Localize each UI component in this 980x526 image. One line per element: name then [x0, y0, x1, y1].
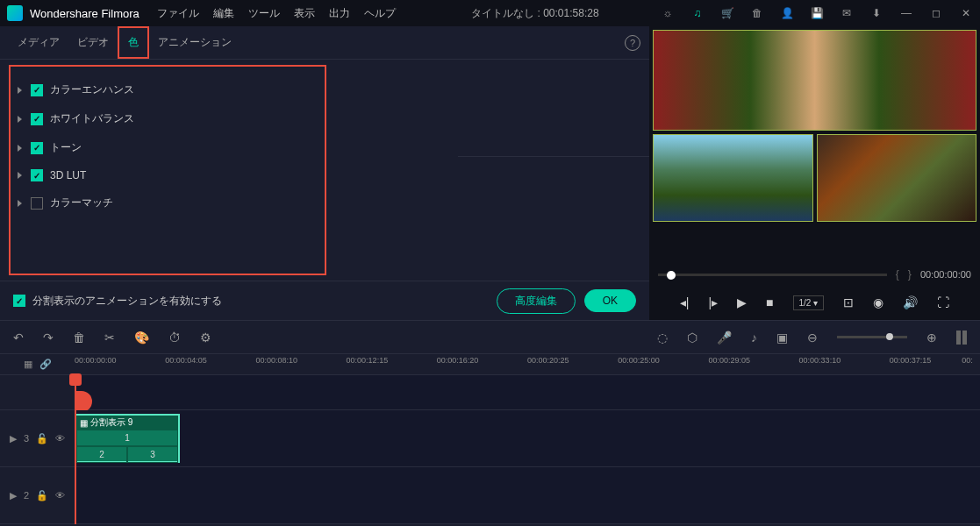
- titlebar-actions: ☼ ♫ 🛒 🗑 👤 💾 ✉ ⬇ — ◻ ✕: [661, 6, 973, 20]
- playback-speed[interactable]: 1/2 ▾: [793, 295, 825, 310]
- track-video-2: ▶2 🔓 👁: [0, 467, 980, 524]
- redo-icon[interactable]: ↷: [43, 331, 54, 345]
- expand-arrow-icon[interactable]: [18, 200, 22, 207]
- display-icon[interactable]: ⊡: [843, 295, 854, 309]
- app-name: Wondershare Filmora: [30, 7, 139, 20]
- player-controls: ◂| |▸ ▶ ■ 1/2 ▾ ⊡ ◉ 🔊 ⛶: [649, 285, 980, 320]
- color-item-enhance[interactable]: ✓ カラーエンハンス: [11, 75, 325, 104]
- color-item-3dlut[interactable]: ✓ 3D LUT: [11, 162, 325, 188]
- brace-right-icon[interactable]: }: [908, 268, 912, 281]
- menu-edit[interactable]: 編集: [213, 6, 234, 21]
- delete-icon[interactable]: 🗑: [73, 331, 85, 345]
- ruler-tick: 00:00:25:00: [618, 356, 660, 365]
- lock-icon[interactable]: 🔓: [36, 433, 48, 444]
- scrub-thumb[interactable]: [667, 271, 676, 280]
- step-back-icon[interactable]: ◂|: [680, 295, 690, 309]
- visibility-icon[interactable]: 👁: [55, 433, 65, 444]
- close-icon[interactable]: ✕: [959, 6, 973, 20]
- preview-timecode: 00:00:00:00: [920, 269, 971, 280]
- split-screen-clip[interactable]: ▦分割表示 9 1 2 3: [75, 414, 180, 463]
- menu-view[interactable]: 表示: [294, 6, 315, 21]
- fullscreen-icon[interactable]: ⛶: [937, 295, 949, 309]
- cart-icon[interactable]: 🛒: [720, 6, 734, 20]
- timeline-ruler-row: ▦ 🔗 00:00:00:00 00:00:04:05 00:00:08:10 …: [0, 354, 980, 375]
- track-manager-icon[interactable]: ▦: [24, 359, 32, 370]
- trash-icon[interactable]: 🗑: [750, 6, 764, 20]
- color-item-whitebalance[interactable]: ✓ ホワイトバランス: [11, 104, 325, 133]
- advanced-edit-button[interactable]: 高度編集: [497, 288, 576, 314]
- zoom-slider[interactable]: [837, 336, 907, 338]
- track-content[interactable]: ▦分割表示 9 1 2 3: [75, 410, 980, 466]
- audio-mixer-icon[interactable]: ♪: [751, 331, 757, 345]
- undo-icon[interactable]: ↶: [13, 331, 24, 345]
- visibility-icon[interactable]: 👁: [55, 490, 65, 501]
- property-tabs: メディア ビデオ 色 アニメーション ?: [0, 26, 649, 60]
- ruler-tick: 00:00:08:10: [255, 356, 297, 365]
- crop-icon[interactable]: ▣: [776, 331, 788, 345]
- color-item-tone[interactable]: ✓ トーン: [11, 133, 325, 162]
- scrub-track[interactable]: [658, 274, 887, 276]
- speed-icon[interactable]: ⏱: [168, 331, 181, 345]
- marker-icon[interactable]: ⬡: [687, 331, 697, 345]
- checkbox-3dlut[interactable]: ✓: [31, 169, 43, 181]
- timeline-layout-icon[interactable]: [956, 331, 967, 345]
- tab-animation[interactable]: アニメーション: [149, 28, 240, 57]
- lock-icon[interactable]: 🔓: [36, 490, 48, 501]
- help-icon[interactable]: ?: [625, 35, 640, 51]
- checkbox-animation[interactable]: ✓: [13, 295, 25, 307]
- tab-media[interactable]: メディア: [9, 28, 68, 57]
- checkbox-enhance[interactable]: ✓: [31, 84, 43, 96]
- maximize-icon[interactable]: ◻: [929, 6, 943, 20]
- stop-icon[interactable]: ■: [766, 295, 773, 309]
- preview-panel: { } 00:00:00:00 ◂| |▸ ▶ ■ 1/2 ▾ ⊡ ◉ 🔊 ⛶: [649, 26, 980, 320]
- user-icon[interactable]: 👤: [780, 6, 794, 20]
- playhead[interactable]: [75, 375, 76, 524]
- menu-tools[interactable]: ツール: [248, 6, 280, 21]
- color-label: カラーエンハンス: [50, 82, 134, 97]
- expand-arrow-icon[interactable]: [18, 145, 22, 152]
- zoom-thumb[interactable]: [886, 333, 893, 340]
- render-icon[interactable]: ◌: [657, 331, 668, 345]
- cut-icon[interactable]: ✂: [104, 331, 115, 345]
- menu-help[interactable]: ヘルプ: [364, 6, 396, 21]
- brace-left-icon[interactable]: {: [896, 268, 899, 281]
- color-item-colormatch[interactable]: カラーマッチ: [11, 188, 325, 217]
- titlebar: Wondershare Filmora ファイル 編集 ツール 表示 出力 ヘル…: [0, 0, 980, 26]
- ok-button[interactable]: OK: [584, 289, 636, 312]
- timeline-tracks: ▶3 🔓 👁 ▦分割表示 9 1 2 3 ▶2 🔓 👁: [0, 375, 980, 524]
- tab-color[interactable]: 色: [118, 26, 149, 59]
- track-head: ▶3 🔓 👁: [0, 410, 75, 466]
- lightbulb-icon[interactable]: ☼: [661, 6, 675, 20]
- voiceover-icon[interactable]: 🎤: [717, 331, 732, 345]
- timeline-ruler[interactable]: 00:00:00:00 00:00:04:05 00:00:08:10 00:0…: [75, 354, 980, 374]
- download-icon[interactable]: ⬇: [869, 6, 883, 20]
- menu-file[interactable]: ファイル: [157, 6, 199, 21]
- track-content[interactable]: [75, 467, 980, 523]
- track-content[interactable]: [75, 375, 980, 409]
- link-icon[interactable]: 🔗: [39, 359, 52, 370]
- menu-output[interactable]: 出力: [329, 6, 350, 21]
- expand-arrow-icon[interactable]: [18, 87, 22, 94]
- minimize-icon[interactable]: —: [899, 6, 913, 20]
- timeline-toolbar: ↶ ↷ 🗑 ✂ 🎨 ⏱ ⚙ ◌ ⬡ 🎤 ♪ ▣ ⊖ ⊕: [0, 321, 980, 354]
- mail-icon[interactable]: ✉: [840, 6, 854, 20]
- checkbox-tone[interactable]: ✓: [31, 142, 43, 154]
- transition-marker-icon[interactable]: [75, 391, 92, 412]
- ruler-tick: 00:00:20:25: [527, 356, 569, 365]
- volume-icon[interactable]: 🔊: [903, 295, 918, 309]
- headphones-icon[interactable]: ♫: [690, 6, 705, 20]
- tab-video[interactable]: ビデオ: [68, 28, 118, 57]
- checkbox-colormatch[interactable]: [31, 197, 43, 210]
- save-icon[interactable]: 💾: [810, 6, 824, 20]
- settings-icon[interactable]: ⚙: [200, 331, 211, 345]
- expand-arrow-icon[interactable]: [18, 172, 22, 179]
- playhead-handle[interactable]: [69, 373, 82, 386]
- play-icon[interactable]: ▶: [737, 295, 747, 309]
- prev-frame-icon[interactable]: |▸: [708, 295, 718, 309]
- checkbox-whitebalance[interactable]: ✓: [31, 113, 43, 125]
- expand-arrow-icon[interactable]: [18, 116, 22, 123]
- zoom-out-icon[interactable]: ⊖: [807, 331, 818, 345]
- palette-icon[interactable]: 🎨: [134, 331, 149, 345]
- zoom-in-icon[interactable]: ⊕: [926, 331, 937, 345]
- snapshot-icon[interactable]: ◉: [873, 295, 883, 309]
